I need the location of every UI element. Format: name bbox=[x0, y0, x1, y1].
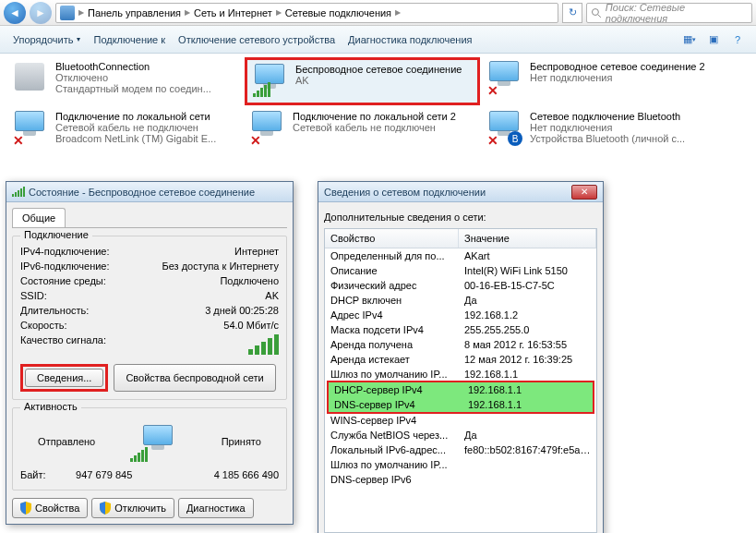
prop-cell: Служба NetBIOS через... bbox=[325, 429, 459, 442]
table-row[interactable]: Шлюз по умолчанию IP...192.168.1.1 bbox=[325, 367, 596, 382]
properties-button[interactable]: Свойства bbox=[12, 498, 88, 518]
table-row[interactable]: DNS-сервер IPv6 bbox=[325, 472, 596, 487]
speed-label: Скорость: bbox=[20, 320, 67, 331]
value-cell: 12 мая 2012 г. 16:39:25 bbox=[459, 353, 596, 366]
value-cell bbox=[459, 473, 596, 486]
prop-cell: DNS-сервер IPv4 bbox=[329, 398, 462, 411]
table-row[interactable]: Локальный IPv6-адрес...fe80::b502:8167:4… bbox=[325, 442, 596, 457]
wireless-props-button[interactable]: Свойства беспроводной сети bbox=[114, 364, 275, 392]
table-row[interactable]: Определенный для по...AKart bbox=[325, 248, 596, 263]
value-cell: AKart bbox=[459, 249, 596, 262]
col-value[interactable]: Значение bbox=[459, 229, 596, 248]
prop-cell: Аренда истекает bbox=[325, 353, 459, 366]
diagnose-button[interactable]: Диагностика bbox=[178, 498, 254, 518]
signal-label: Качество сигнала: bbox=[20, 334, 106, 355]
connections-list: BluetoothConnection Отключено Стандартны… bbox=[0, 54, 756, 153]
diagnose-button[interactable]: Диагностика подключения bbox=[342, 30, 477, 49]
ipv4-label: IPv4-подключение: bbox=[20, 246, 110, 257]
prop-cell: DHCP-сервер IPv4 bbox=[329, 383, 462, 396]
table-row[interactable]: ОписаниеIntel(R) WiFi Link 5150 bbox=[325, 263, 596, 278]
connection-status: Сетевой кабель не подключен bbox=[293, 122, 456, 133]
search-icon bbox=[591, 7, 602, 18]
dialog-titlebar[interactable]: Сведения о сетевом подключении ✕ bbox=[318, 182, 603, 202]
shield-icon bbox=[100, 502, 111, 515]
signal-bars-icon bbox=[248, 334, 279, 355]
search-input[interactable]: Поиск: Сетевые подключения bbox=[586, 3, 752, 23]
prop-cell: DHCP включен bbox=[325, 294, 459, 307]
bluetooth-network-icon: ✕ B bbox=[486, 111, 524, 146]
details-highlight: Сведения... bbox=[20, 364, 108, 392]
table-row[interactable]: Маска подсети IPv4255.255.255.0 bbox=[325, 322, 596, 337]
svg-point-0 bbox=[592, 8, 598, 15]
recv-label: Принято bbox=[222, 436, 261, 447]
crumb-3[interactable]: Сетевые подключения bbox=[285, 7, 391, 18]
shield-icon bbox=[20, 502, 31, 515]
crumb-1[interactable]: Панель управления bbox=[88, 7, 181, 18]
forward-button[interactable]: ► bbox=[30, 2, 52, 24]
disable-button[interactable]: Отключить bbox=[91, 498, 174, 518]
crumb-2[interactable]: Сеть и Интернет bbox=[194, 7, 272, 18]
ssid-value: AK bbox=[265, 290, 279, 301]
refresh-button[interactable]: ↻ bbox=[562, 3, 582, 23]
media-label: Состояние среды: bbox=[20, 275, 106, 286]
tab-general[interactable]: Общие bbox=[12, 208, 66, 227]
back-button[interactable]: ◄ bbox=[4, 2, 26, 24]
table-header: Свойство Значение bbox=[325, 229, 596, 248]
toolbar: Упорядочить Подключение к Отключение сет… bbox=[0, 26, 756, 54]
connection-item[interactable]: ✕ Беспроводное сетевое соединение 2 Нет … bbox=[482, 57, 717, 105]
table-row[interactable]: DHCP-сервер IPv4192.168.1.1 bbox=[329, 382, 593, 397]
table-row[interactable]: DNS-сервер IPv4192.168.1.1 bbox=[329, 397, 593, 412]
connection-status: Сетевой кабель не подключен bbox=[55, 122, 216, 133]
dns-highlight-box: DHCP-сервер IPv4192.168.1.1DNS-сервер IP… bbox=[327, 381, 594, 414]
value-cell: fe80::b502:8167:479f:e5af%14 bbox=[459, 443, 596, 456]
chevron-right-icon: ▶ bbox=[183, 8, 192, 17]
col-property[interactable]: Свойство bbox=[325, 229, 459, 248]
value-cell: Да bbox=[459, 429, 596, 442]
value-cell: Да bbox=[459, 294, 596, 307]
organize-menu[interactable]: Упорядочить bbox=[7, 30, 86, 49]
media-value: Подключено bbox=[220, 275, 279, 286]
connection-status: Нет подключения bbox=[530, 122, 685, 133]
connection-item[interactable]: ✕ Подключение по локальной сети Сетевой … bbox=[7, 107, 243, 150]
details-subhead: Дополнительные сведения о сети: bbox=[324, 208, 597, 228]
chevron-right-icon: ▶ bbox=[77, 8, 86, 17]
details-button[interactable]: Сведения... bbox=[25, 369, 103, 387]
prop-cell: Физический адрес bbox=[325, 279, 459, 292]
location-icon bbox=[60, 6, 75, 20]
details-dialog: Сведения о сетевом подключении ✕ Дополни… bbox=[318, 181, 604, 533]
connection-item[interactable]: ✕ B Сетевое подключение Bluetooth Нет по… bbox=[482, 107, 717, 150]
table-row[interactable]: Физический адрес00-16-EB-15-C7-5C bbox=[325, 278, 596, 293]
ipv4-value: Интернет bbox=[234, 246, 279, 257]
table-row[interactable]: Шлюз по умолчанию IP... bbox=[325, 457, 596, 472]
prop-cell: DNS-сервер IPv6 bbox=[325, 473, 459, 486]
preview-pane-button[interactable]: ▣ bbox=[702, 30, 725, 50]
disable-device-button[interactable]: Отключение сетевого устройства bbox=[173, 30, 341, 49]
table-row[interactable]: Адрес IPv4192.168.1.2 bbox=[325, 308, 596, 322]
activity-group: Активность Отправлено Принято Байт: 947 … bbox=[12, 407, 287, 491]
table-row[interactable]: Аренда истекает12 мая 2012 г. 16:39:25 bbox=[325, 352, 596, 367]
table-row[interactable]: DHCP включенДа bbox=[325, 293, 596, 308]
value-cell: 192.168.1.1 bbox=[462, 398, 593, 411]
connection-item[interactable]: BluetoothConnection Отключено Стандартны… bbox=[7, 57, 243, 105]
value-cell bbox=[459, 458, 596, 471]
connection-item-selected[interactable]: Беспроводное сетевое соединение AK bbox=[245, 57, 480, 105]
duration-value: 3 дней 00:25:28 bbox=[205, 305, 279, 316]
connection-desc: Стандартный модем по соедин... bbox=[55, 83, 211, 94]
connection-item[interactable]: ✕ Подключение по локальной сети 2 Сетево… bbox=[245, 107, 480, 150]
table-row[interactable]: Аренда получена8 мая 2012 г. 16:53:55 bbox=[325, 337, 596, 352]
dialog-titlebar[interactable]: Состояние - Беспроводное сетевое соедине… bbox=[6, 182, 293, 202]
lan-disconnected-icon: ✕ bbox=[248, 111, 287, 146]
view-icons-button[interactable]: ▦▾ bbox=[678, 30, 701, 50]
search-placeholder: Поиск: Сетевые подключения bbox=[606, 2, 748, 24]
bytes-recv: 4 185 666 490 bbox=[162, 469, 279, 480]
table-row[interactable]: WINS-сервер IPv4 bbox=[325, 413, 596, 428]
connect-to-button[interactable]: Подключение к bbox=[88, 30, 171, 49]
prop-cell: Локальный IPv6-адрес... bbox=[325, 443, 459, 456]
value-cell: 192.168.1.1 bbox=[459, 368, 596, 381]
table-row[interactable]: Служба NetBIOS через...Да bbox=[325, 428, 596, 442]
connection-status: Отключено bbox=[55, 72, 211, 83]
close-button[interactable]: ✕ bbox=[571, 185, 597, 200]
breadcrumb[interactable]: ▶ Панель управления ▶ Сеть и Интернет ▶ … bbox=[55, 3, 558, 23]
value-cell: 8 мая 2012 г. 16:53:55 bbox=[459, 338, 596, 351]
help-button[interactable]: ? bbox=[726, 30, 749, 50]
